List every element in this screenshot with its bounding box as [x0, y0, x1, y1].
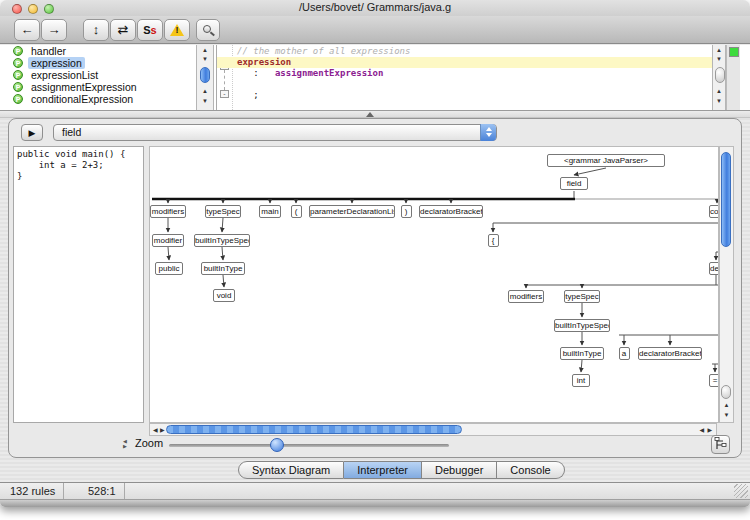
rules-list[interactable]: PhandlerPexpressionPexpressionListPassig…	[0, 45, 196, 110]
grammar-editor[interactable]: - - // the mother of all expressionsexpr…	[216, 45, 712, 110]
tree-hscrollbar-thumb[interactable]	[166, 425, 462, 434]
zoom-slider-thumb[interactable]	[270, 438, 284, 452]
fold-marker-icon[interactable]: -	[220, 90, 229, 98]
tree-icon	[712, 436, 729, 453]
rule-label: expression	[28, 57, 85, 69]
sort-icon: ↕	[93, 22, 100, 37]
ss-icon: Ss	[143, 24, 156, 36]
collapse-up-icon[interactable]	[366, 112, 374, 117]
view-tabs: Syntax DiagramInterpreterDebuggerConsole	[238, 461, 565, 479]
status-bar: 132 rules 528:1	[0, 482, 750, 500]
editor-line: ;	[233, 90, 712, 101]
zoom-slider-track[interactable]	[169, 444, 449, 447]
scroll-up-icon[interactable]: ▲	[713, 87, 725, 96]
scroll-down-icon[interactable]: ▼	[197, 97, 213, 106]
editor-scrollbar[interactable]: ▲ ▼ ▲ ▼	[712, 45, 726, 110]
rules-scrollbar-thumb[interactable]	[200, 67, 210, 83]
sort-rules-button[interactable]: ↕	[83, 19, 109, 41]
scroll-down-icon[interactable]: ▼	[713, 97, 725, 106]
forward-button[interactable]: →	[41, 19, 67, 41]
tree-vscrollbar-cap	[721, 385, 731, 399]
scroll-right-icon[interactable]: ▶	[707, 426, 712, 435]
start-rule-value: field	[62, 126, 81, 138]
parser-rule-icon: P	[13, 70, 23, 80]
toggle-view-button[interactable]: ⇄	[110, 19, 136, 41]
code-segment: // the mother of all expressions	[237, 46, 410, 56]
rule-list-item[interactable]: Phandler	[0, 45, 196, 57]
editor-scrollbar-thumb[interactable]	[715, 67, 725, 83]
tree-node-a: a	[619, 347, 630, 360]
search-icon-handle	[210, 32, 215, 36]
resize-grip-icon[interactable]	[734, 484, 748, 498]
combo-stepper-icon[interactable]	[480, 124, 496, 141]
tree-node-builtInType2: builtInType	[560, 347, 604, 360]
parse-tree-canvas[interactable]: <grammar JavaParser>fieldmodifierstypeSp…	[149, 146, 719, 423]
zoom-label: Zoom	[135, 437, 163, 449]
tree-vscrollbar-thumb[interactable]	[721, 152, 731, 247]
back-button[interactable]: ←	[14, 19, 40, 41]
top-pane: PhandlerPexpressionPexpressionListPassig…	[0, 45, 750, 110]
tree-vertical-scrollbar[interactable]: ▲ ▼	[719, 146, 734, 423]
editor-line: // the mother of all expressions	[233, 46, 712, 57]
no-errors-indicator	[729, 47, 739, 57]
tree-node-compound: compoundStatement	[709, 205, 719, 218]
scroll-left-icon[interactable]: ◀	[699, 426, 704, 435]
syntax-coloring-button[interactable]: Ss	[137, 19, 163, 41]
tree-node-lparen: (	[291, 205, 302, 218]
tree-node-typeSpec1: typeSpec	[205, 205, 241, 218]
rule-list-item[interactable]: Pexpression	[0, 57, 196, 69]
tree-node-builtInTypeSpec2: builtInTypeSpec	[554, 319, 610, 332]
tree-node-builtInType1: builtInType	[201, 262, 245, 275]
tree-node-typeSpec2: typeSpec	[564, 290, 600, 303]
start-rule-select[interactable]: field	[53, 124, 497, 141]
parser-rule-icon: P	[13, 94, 23, 104]
tab-debugger[interactable]: Debugger	[422, 461, 497, 479]
rule-list-item[interactable]: PexpressionList	[0, 69, 196, 81]
rule-list-item[interactable]: PassignmentExpression	[0, 81, 196, 93]
tree-node-main: main	[259, 205, 281, 218]
interpreter-input[interactable]: public void main() { int a = 2+3; }	[13, 146, 144, 423]
scroll-up-icon[interactable]: ▲	[197, 46, 213, 55]
scroll-down-icon[interactable]: ▼	[713, 55, 725, 64]
window-title: /Users/bovet/ Grammars/java.g	[0, 1, 750, 13]
tab-syntax-diagram[interactable]: Syntax Diagram	[238, 461, 344, 479]
horizontal-splitter[interactable]	[0, 110, 750, 118]
tree-node-grammar: <grammar JavaParser>	[547, 154, 665, 167]
editor-line: : assignmentExpression	[233, 68, 712, 79]
tree-node-public: public	[155, 262, 183, 275]
scroll-down-icon[interactable]: ▼	[720, 411, 733, 420]
search-button[interactable]	[196, 19, 220, 41]
rules-list-scrollbar[interactable]: ▲ ▼ ▲ ▼	[196, 45, 214, 110]
error-stripe	[726, 45, 740, 110]
tree-node-field: field	[560, 177, 588, 190]
scroll-up-icon[interactable]: ▲	[720, 401, 733, 410]
run-interpreter-button[interactable]: ▶	[21, 124, 43, 141]
code-segment: :	[237, 68, 275, 78]
editor-lines: // the mother of all expressionsexpressi…	[233, 46, 712, 101]
parser-rule-icon: P	[13, 58, 23, 68]
scroll-up-icon[interactable]: ▲	[713, 46, 725, 55]
tree-node-declaration: declaration	[709, 262, 719, 275]
tree-view-toggle-button[interactable]	[711, 435, 730, 454]
scroll-down-icon[interactable]: ▼	[197, 55, 213, 64]
title-bar[interactable]: /Users/bovet/ Grammars/java.g	[0, 0, 750, 16]
tab-console[interactable]: Console	[497, 461, 564, 479]
cycle-icon: ⇄	[118, 22, 129, 37]
scroll-up-icon[interactable]: ▲	[197, 87, 213, 96]
rule-list-item[interactable]: PconditionalExpression	[0, 93, 196, 105]
scroll-right-icon[interactable]: ▶	[160, 426, 165, 435]
panel-collapse-handle[interactable]: ◀▶	[123, 439, 127, 449]
tree-node-builtInTypeSpec1: builtInTypeSpec	[194, 234, 250, 247]
rule-label: assignmentExpression	[28, 81, 140, 93]
rule-count: 132 rules	[2, 483, 64, 499]
tab-interpreter[interactable]: Interpreter	[344, 461, 422, 479]
forward-icon: →	[48, 22, 61, 37]
warnings-button[interactable]: !	[164, 19, 190, 41]
scroll-left-icon[interactable]: ◀	[153, 426, 158, 435]
tree-horizontal-scrollbar[interactable]: ◀ ▶ ◀ ▶	[149, 423, 717, 436]
code-segment: assignmentExpression	[275, 68, 383, 78]
parse-tree-edges	[150, 147, 719, 423]
tree-node-lbrace: {	[488, 234, 499, 247]
window-bottom-edge	[0, 500, 750, 507]
caret-position: 528:1	[80, 483, 125, 499]
